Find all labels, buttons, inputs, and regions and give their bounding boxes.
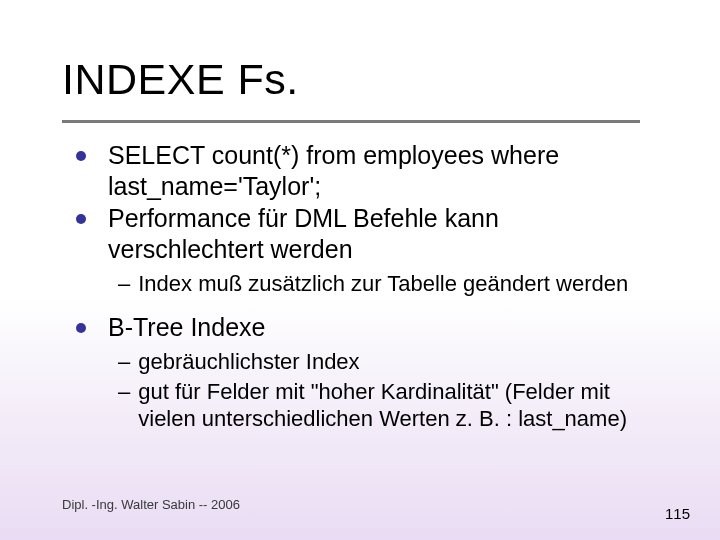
dash-icon: –: [118, 348, 130, 376]
bullet-text: SELECT count(*) from employees where las…: [108, 140, 660, 201]
sub-bullet-text: Index muß zusätzlich zur Tabelle geänder…: [138, 270, 660, 298]
bullet-item: B-Tree Indexe: [66, 312, 660, 343]
sub-bullet-text: gut für Felder mit "hoher Kardinalität" …: [138, 378, 660, 433]
page-number: 115: [665, 505, 690, 522]
bullet-icon: [76, 323, 86, 333]
sub-bullet-item: – gut für Felder mit "hoher Kardinalität…: [66, 378, 660, 433]
bullet-icon: [76, 214, 86, 224]
sub-bullet-item: – Index muß zusätzlich zur Tabelle geänd…: [66, 270, 660, 298]
dash-icon: –: [118, 270, 130, 298]
slide-title: INDEXE Fs.: [62, 55, 299, 104]
sub-bullet-item: – gebräuchlichster Index: [66, 348, 660, 376]
bullet-item: Performance für DML Befehle kann verschl…: [66, 203, 660, 264]
bullet-text: B-Tree Indexe: [108, 312, 660, 343]
bullet-text: Performance für DML Befehle kann verschl…: [108, 203, 660, 264]
bullet-icon: [76, 151, 86, 161]
dash-icon: –: [118, 378, 130, 406]
footer-author: Dipl. -Ing. Walter Sabin -- 2006: [62, 497, 240, 512]
slide: INDEXE Fs. SELECT count(*) from employee…: [0, 0, 720, 540]
title-underline: [62, 120, 640, 123]
slide-content: SELECT count(*) from employees where las…: [66, 140, 660, 435]
sub-bullet-text: gebräuchlichster Index: [138, 348, 660, 376]
bullet-item: SELECT count(*) from employees where las…: [66, 140, 660, 201]
